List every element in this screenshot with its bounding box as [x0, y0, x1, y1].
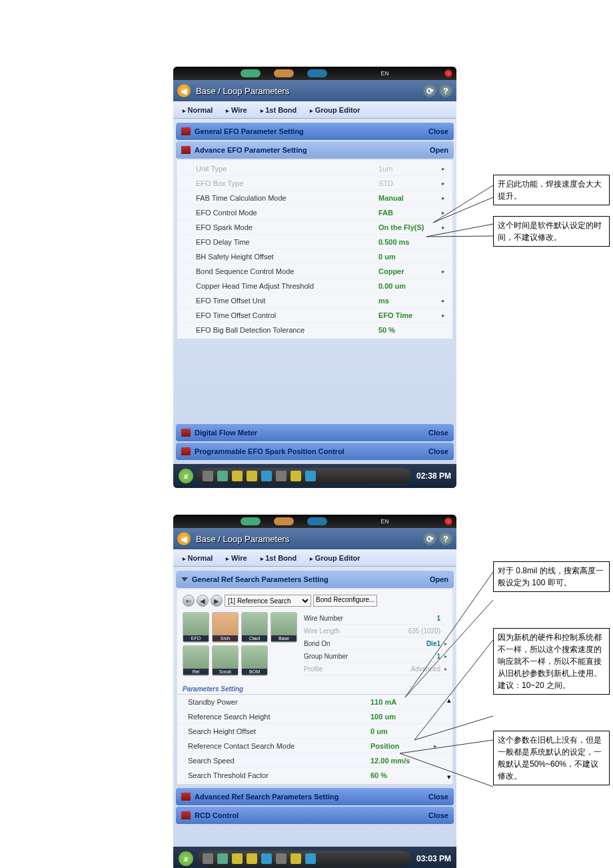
- tray-icon[interactable]: [203, 471, 213, 481]
- chevron-right-icon[interactable]: ▸: [442, 268, 447, 275]
- section-digital-flow[interactable]: Digital Flow Meter Close: [176, 424, 454, 441]
- chevron-right-icon[interactable]: ▸: [442, 312, 447, 319]
- param-value[interactable]: 50 %: [378, 326, 442, 334]
- chevron-right-icon[interactable]: ▸: [442, 165, 447, 172]
- section-advance-efo[interactable]: Advance EFO Parameter Setting Open: [176, 141, 454, 159]
- param-value[interactable]: STD: [378, 179, 442, 187]
- param-value[interactable]: 0 um: [378, 253, 442, 261]
- tray-icon[interactable]: [261, 853, 272, 864]
- section-prog-efo[interactable]: Programmable EFO Spark Position Control …: [176, 443, 454, 460]
- process-icon-rel[interactable]: Rel: [183, 645, 209, 676]
- process-icon-srch[interactable]: Srch: [212, 612, 239, 643]
- param-value[interactable]: 0.500 ms: [378, 238, 442, 246]
- tab-group-editor[interactable]: Group Editor: [303, 106, 366, 114]
- scroll-up-button[interactable]: ▴: [447, 696, 451, 705]
- param-value[interactable]: Position: [370, 742, 434, 750]
- param-row[interactable]: BH Safety Height Offset0 um: [177, 249, 452, 264]
- param-row[interactable]: Copper Head Time Adjust Threshold0.00 um: [177, 279, 452, 293]
- param-row[interactable]: Search Height Offset0 um: [177, 724, 452, 739]
- tray-icon[interactable]: [203, 853, 213, 864]
- tray-icon[interactable]: [261, 471, 272, 481]
- close-button[interactable]: Close: [428, 447, 448, 455]
- param-row[interactable]: Bond Sequence Control ModeCopper▸: [177, 264, 452, 279]
- tab-1st-bond[interactable]: 1st Bond: [254, 554, 304, 562]
- param-value[interactable]: EFO Time: [378, 311, 442, 319]
- language-indicator[interactable]: EN: [380, 518, 389, 525]
- param-value[interactable]: Copper: [378, 267, 442, 275]
- close-button[interactable]: Close: [428, 793, 448, 801]
- param-row[interactable]: Standby Power110 mA: [177, 695, 452, 709]
- tab-1st-bond[interactable]: 1st Bond: [254, 106, 304, 114]
- refresh-button[interactable]: ⟳: [423, 532, 436, 545]
- param-row[interactable]: EFO Delay Time0.500 ms: [177, 235, 452, 249]
- bond-reconfigure-button[interactable]: Bond Reconfigure...: [313, 595, 377, 607]
- tab-normal[interactable]: Normal: [176, 106, 219, 114]
- param-value[interactable]: Manual: [378, 194, 442, 202]
- close-button[interactable]: Close: [428, 127, 448, 135]
- param-row[interactable]: Unit Type1um▸: [177, 161, 452, 176]
- help-button[interactable]: ?: [439, 84, 452, 97]
- open-button[interactable]: Open: [430, 575, 448, 583]
- open-button[interactable]: Open: [430, 146, 448, 154]
- param-value[interactable]: 100 um: [370, 713, 434, 721]
- back-button[interactable]: ◀: [177, 84, 191, 97]
- param-value[interactable]: FAB: [378, 209, 442, 217]
- scroll-down-button[interactable]: ▾: [447, 773, 451, 781]
- param-value[interactable]: 60 %: [370, 771, 434, 779]
- nav-prev-button[interactable]: ◀: [197, 595, 209, 607]
- chevron-right-icon[interactable]: ▸: [434, 743, 439, 749]
- logo-icon[interactable]: x: [179, 851, 193, 866]
- param-row[interactable]: EFO Box TypeSTD▸: [177, 176, 452, 191]
- param-row[interactable]: EFO Big Ball Detection Tolerance50 %: [177, 323, 452, 337]
- param-value[interactable]: On the Fly(S): [378, 223, 442, 231]
- tray-icon[interactable]: [276, 471, 287, 481]
- tray-icon[interactable]: [247, 853, 257, 864]
- param-value[interactable]: ms: [378, 297, 442, 305]
- close-button[interactable]: Close: [428, 429, 448, 437]
- tab-group-editor[interactable]: Group Editor: [303, 554, 366, 562]
- process-icon-ctact[interactable]: Ctact: [241, 612, 268, 643]
- process-icon-bom[interactable]: BOM: [241, 645, 268, 676]
- tab-wire[interactable]: Wire: [219, 106, 253, 114]
- param-row[interactable]: EFO Control ModeFAB▸: [177, 205, 452, 220]
- param-row[interactable]: Reference Contact Search ModePosition▸: [177, 739, 452, 753]
- refresh-button[interactable]: ⟳: [423, 84, 436, 97]
- nav-first-button[interactable]: ⇤: [183, 595, 195, 607]
- section-rcd[interactable]: RCD Control Close: [176, 807, 454, 824]
- process-icon-base[interactable]: Base: [271, 612, 297, 643]
- tray-icon[interactable]: [217, 471, 228, 481]
- param-row[interactable]: EFO Time Offset Unitms▸: [177, 293, 452, 308]
- tray-icon[interactable]: [217, 853, 228, 864]
- section-adv-ref[interactable]: Advanced Ref Search Parameters Setting C…: [176, 788, 454, 805]
- param-value[interactable]: 12.00 mm/s: [370, 757, 434, 765]
- tray-icon[interactable]: [305, 471, 316, 481]
- tray-icon[interactable]: [276, 853, 287, 864]
- nav-next-button[interactable]: ▶: [211, 595, 223, 607]
- chevron-right-icon[interactable]: ▸: [442, 209, 447, 216]
- tray-icon[interactable]: [232, 853, 243, 864]
- info-row[interactable]: ProfileAdvanced▸: [304, 663, 447, 675]
- param-row[interactable]: FAB Time Calculation ModeManual▸: [177, 191, 452, 205]
- tab-normal[interactable]: Normal: [176, 554, 219, 562]
- tray-icon[interactable]: [305, 853, 316, 864]
- chevron-right-icon[interactable]: ▸: [442, 224, 447, 231]
- tray-icon[interactable]: [291, 853, 301, 864]
- power-icon[interactable]: [444, 69, 452, 77]
- process-icon-scrub[interactable]: Scrub: [212, 645, 239, 676]
- chevron-right-icon[interactable]: ▸: [442, 297, 447, 304]
- param-value[interactable]: 1um: [378, 165, 442, 173]
- chevron-right-icon[interactable]: ▸: [442, 195, 447, 201]
- back-button[interactable]: ◀: [177, 532, 191, 545]
- logo-icon[interactable]: x: [179, 469, 193, 483]
- param-row[interactable]: EFO Spark ModeOn the Fly(S)▸: [177, 220, 452, 235]
- process-icon-efo[interactable]: EFO: [183, 612, 209, 643]
- reference-select[interactable]: [1] Reference Search: [225, 595, 311, 607]
- param-row[interactable]: Search Speed12.00 mm/s: [177, 753, 452, 768]
- tray-icon[interactable]: [291, 471, 301, 481]
- chevron-right-icon[interactable]: ▸: [442, 180, 447, 187]
- info-row[interactable]: Bond OnDie1▸: [304, 637, 447, 650]
- power-icon[interactable]: [444, 517, 452, 525]
- param-value[interactable]: 110 mA: [370, 698, 434, 706]
- tray-icon[interactable]: [232, 471, 243, 481]
- tray-icon[interactable]: [247, 471, 257, 481]
